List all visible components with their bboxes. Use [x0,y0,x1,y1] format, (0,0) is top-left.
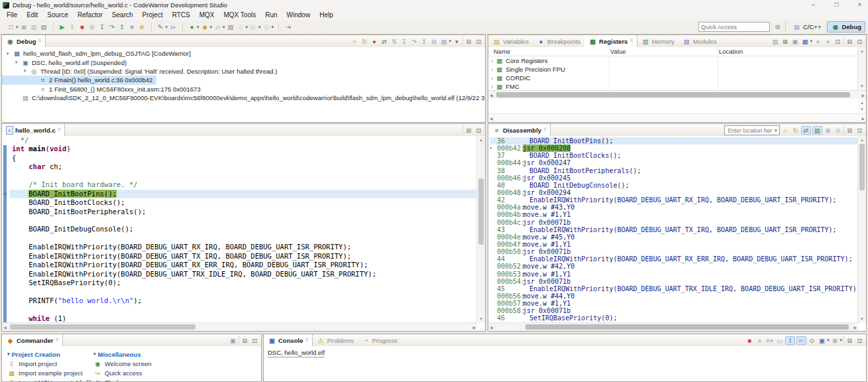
commander-item-flash-programmer[interactable]: ↯Flash programmer [93,377,156,381]
switch-layout[interactable]: ▦ [800,37,809,46]
open-perspective-button[interactable]: ⊞ [773,23,782,31]
external-tools[interactable]: ▷ [249,23,258,31]
suspend[interactable]: ‖ [68,23,77,31]
scroll-lock[interactable]: ⇕ [785,336,795,345]
chevron-down-icon[interactable]: ▾ [223,25,225,30]
refresh-disassembly[interactable]: ↻ [791,126,800,135]
pin-view[interactable]: ⊙ [834,126,842,135]
open-new-view[interactable]: ⊡ [834,37,842,46]
code-editor-area[interactable]: */int main(void){ char ch; /* Init board… [10,136,477,323]
sync-with-active-context[interactable]: ⇄ [801,126,811,135]
scroll-left-arrow[interactable]: ◀ [490,324,493,331]
chevron-down-icon[interactable]: ▾ [210,25,213,30]
scrollbar-thumb[interactable] [10,324,195,330]
commander-item-quick-access[interactable]: ↪Quick access [93,368,156,377]
terminate-and-relaunch[interactable]: ● [370,37,378,46]
display-selected-console[interactable]: ▣ [818,336,826,345]
tab-problems[interactable]: ⚠Problems [313,334,358,346]
editor-gutter[interactable]: ➔ [2,136,10,323]
show-details[interactable]: ▥ [771,37,779,46]
chevron-down-icon[interactable]: ▾ [449,38,451,44]
terminate[interactable]: ■ [78,23,87,31]
commander-item-import-mcu-executable-file[interactable]: ⇩Import MCU executable file [7,377,95,381]
register-group-row[interactable]: ›▦Core Registers [488,56,858,65]
disassembly-vscrollbar[interactable]: ▲ ▼ [857,136,866,323]
chevron-down-icon[interactable]: ▾ [166,25,168,30]
editor-hscrollbar[interactable]: ◀ ▶ [2,322,477,331]
menu-edit[interactable]: Edit [22,11,42,19]
annotations-nav[interactable]: ◇ [262,23,271,31]
restore-window-button[interactable]: □ [832,0,841,9]
tree-expander-icon[interactable]: › [491,66,493,73]
registers-detail-hscrollbar[interactable]: ◀ ▶ [488,113,866,122]
chevron-down-icon[interactable]: ▾ [840,338,842,343]
remove-all-launches[interactable]: ×× [765,336,774,345]
menu-file[interactable]: File [2,11,22,19]
menu-project[interactable]: Project [138,11,168,19]
run-configurations[interactable]: ◆ [201,23,209,31]
remove-all-terminated[interactable]: × [350,37,358,46]
section-collapse-icon[interactable]: ▾ [7,351,10,357]
home-pc[interactable]: ⌂ [781,126,790,135]
scroll-right-arrow[interactable]: ▶ [861,115,865,122]
enter-location-combo[interactable]: Enter location her ▼ [724,125,780,135]
menu-refactor[interactable]: Refactor [73,11,107,19]
column-divider[interactable] [609,47,610,90]
disassembly-hscrollbar[interactable]: ◀ ▶ [488,322,858,331]
tab-disassembly[interactable]: ≡ Disassembly ⠿ [488,124,551,136]
editor-vscrollbar[interactable]: ▲ ▼ [476,136,485,323]
new-wizard[interactable]: □ [7,23,15,31]
save-registers[interactable]: ▣ [790,37,799,46]
tree-expander-icon[interactable]: › [491,57,493,64]
scroll-left-arrow[interactable]: ◀ [490,115,493,122]
menu-mqx-tools[interactable]: MQX Tools [219,11,260,19]
debug-tree-row[interactable]: ▾▣DSC, hello_world.elf (Suspended) [2,58,485,66]
remove-launch[interactable]: × [755,336,764,345]
scroll-up-arrow[interactable]: ▲ [858,99,866,106]
use-step-filters[interactable]: ⇅ [390,37,398,46]
step-return-view[interactable]: ↥ [419,37,428,46]
scroll-down-arrow[interactable]: ▼ [477,316,485,322]
instruction-stepping[interactable]: ≡ [128,23,136,31]
scroll-down-arrow[interactable]: ▼ [858,316,866,322]
close-window-button[interactable]: × [855,0,864,9]
perspective-cpp-button[interactable]: ▤C/C++ [789,21,824,32]
register-group-row[interactable]: ›▦CORDIC [488,74,858,82]
scrollbar-thumb[interactable] [859,144,865,190]
commander-item-import-example-project[interactable]: ▦Import example project [7,368,95,377]
tree-expander-icon[interactable]: ▾ [13,60,19,65]
menu-help[interactable]: Help [315,11,338,19]
column-divider[interactable] [718,47,718,90]
debug-launch-tree[interactable]: ▾▦hello_world_flash_sdm_lpm_debug_OSJTAG… [2,47,485,122]
step-return[interactable]: ↥ [118,23,127,31]
save[interactable]: ▣ [20,23,28,31]
print[interactable]: ▤ [40,23,48,31]
debug-tree-row[interactable]: ▾◎Thread [ID: 0x0] (Suspended: Signal 'H… [2,67,485,76]
clear-console[interactable]: ▭ [775,336,784,345]
scroll-up-arrow[interactable]: ▲ [477,137,485,143]
commander-item-import-project[interactable]: ⇩Import project [7,359,95,368]
tree-expander-icon[interactable]: › [491,74,493,82]
refresh-debug[interactable]: ⇄ [380,37,388,46]
perspective-debug-button[interactable]: ◉Debug [827,21,865,32]
registers-vscrollbar[interactable]: ▲ ▼ [857,47,866,90]
profile[interactable]: ▱ [213,23,222,31]
scrollbar-thumb[interactable] [478,178,484,245]
scroll-right-arrow[interactable]: ▶ [853,324,857,331]
step-over[interactable]: ↷ [108,23,117,31]
maximize-view-button[interactable]: ⊡ [250,336,259,345]
minimize-view-button[interactable]: ⊟ [464,37,473,46]
section-collapse-icon[interactable]: ▾ [93,351,96,357]
tab-console[interactable]: ▣Console⠿ [264,334,313,346]
disassembly-area[interactable]: 36BOARD_InitBootPins();▸000b42:jsr 0x000… [490,137,858,323]
step-into-view[interactable]: ↧ [400,37,408,46]
minimize-view-button[interactable]: ⊟ [464,126,473,135]
chevron-down-icon[interactable]: ▾ [810,38,812,44]
scroll-right-arrow[interactable]: ▶ [472,324,476,331]
annotate-pen[interactable]: ✎ [156,23,165,31]
word-wrap[interactable]: ↵ [796,336,806,345]
chevron-down-icon[interactable]: ▾ [246,25,248,30]
chevron-down-icon[interactable]: ▾ [16,25,19,30]
registers-hscrollbar[interactable]: ◀ ▶ [488,90,866,99]
prev-column-page[interactable]: « [814,37,822,46]
